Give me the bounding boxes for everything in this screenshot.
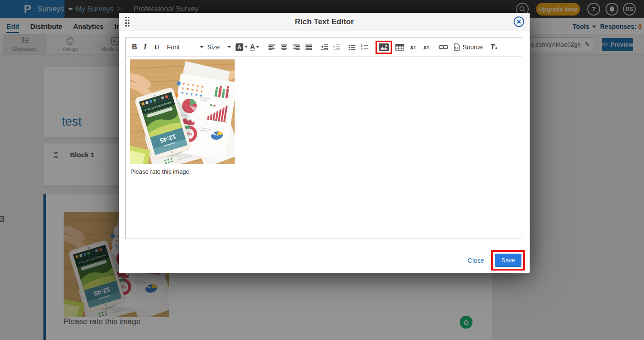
align-left-button[interactable] — [266, 41, 277, 53]
superscript-2: 2 — [427, 45, 429, 49]
insert-link-button[interactable] — [437, 41, 449, 53]
remove-format-T: T — [490, 42, 495, 52]
numbered-list-button[interactable]: 1 2 — [359, 41, 370, 53]
justify-button[interactable] — [303, 41, 314, 53]
decrease-indent-icon — [321, 44, 328, 50]
dialog-header: Rich Text Editor — [119, 13, 530, 31]
bold-button[interactable]: B — [129, 41, 140, 53]
dialog-footer: Close Save — [468, 250, 525, 271]
source-label: Source — [462, 43, 483, 51]
align-right-icon — [293, 44, 300, 50]
superscript-button[interactable]: x2 — [420, 41, 432, 53]
close-link[interactable]: Close — [468, 257, 484, 264]
remove-format-x: x — [495, 45, 497, 50]
remove-format-button[interactable]: Tx — [488, 41, 499, 53]
rte-toolbar: B I U Font Size A A — [125, 37, 522, 57]
app-screen: P Surveys My Surveys > Professional Surv… — [0, 0, 644, 340]
insert-image-button[interactable] — [379, 43, 389, 51]
chevron-down-icon — [256, 46, 259, 48]
align-right-button[interactable] — [291, 41, 302, 53]
content-text[interactable]: Please rate this image — [130, 168, 518, 175]
bulleted-list-button[interactable] — [347, 41, 358, 53]
link-icon — [439, 44, 448, 50]
size-dropdown-label: Size — [207, 43, 220, 51]
size-dropdown[interactable]: Size — [207, 41, 231, 53]
subscript-2: 2 — [413, 45, 416, 49]
decrease-indent-button[interactable] — [319, 41, 330, 53]
italic-button[interactable]: I — [141, 41, 149, 53]
align-left-icon — [268, 44, 275, 50]
dialog-title: Rich Text Editor — [119, 17, 530, 27]
content-image[interactable] — [130, 59, 235, 164]
rte-content-area[interactable]: Please rate this image — [125, 56, 522, 239]
numbered-list-icon: 1 2 — [361, 44, 368, 50]
insert-table-button[interactable] — [394, 41, 406, 53]
justify-icon — [305, 44, 312, 50]
svg-text:2: 2 — [361, 48, 363, 51]
underline-button[interactable]: U — [151, 41, 162, 53]
rich-text-editor-dialog: Rich Text Editor B I U Font Size A — [119, 13, 530, 273]
align-center-button[interactable] — [279, 41, 290, 53]
chevron-down-icon — [227, 46, 231, 48]
chevron-down-icon — [245, 46, 247, 48]
background-color-button[interactable]: A — [236, 41, 247, 53]
font-dropdown[interactable]: Font — [167, 41, 204, 53]
insert-image-icon — [379, 43, 389, 51]
close-icon — [517, 20, 521, 24]
align-center-icon — [280, 44, 288, 50]
bulleted-list-icon — [349, 44, 356, 50]
increase-indent-button[interactable] — [331, 41, 342, 53]
background-color-icon: A — [236, 43, 243, 51]
svg-text:1: 1 — [361, 44, 363, 47]
text-color-button[interactable]: A — [250, 41, 259, 53]
increase-indent-icon — [333, 44, 340, 50]
save-button-highlight: Save — [491, 250, 525, 271]
image-button-highlight — [376, 41, 392, 54]
font-dropdown-label: Font — [167, 43, 180, 51]
subscript-x: x — [410, 43, 413, 51]
source-icon — [454, 43, 460, 51]
source-button[interactable]: Source — [454, 41, 483, 53]
superscript-x: x — [423, 43, 427, 51]
chevron-down-icon — [200, 46, 204, 48]
text-color-icon: A — [250, 43, 255, 51]
close-dialog-button[interactable] — [514, 16, 524, 27]
subscript-button[interactable]: x2 — [407, 41, 419, 53]
insert-table-icon — [395, 44, 404, 51]
save-button[interactable]: Save — [495, 254, 521, 267]
